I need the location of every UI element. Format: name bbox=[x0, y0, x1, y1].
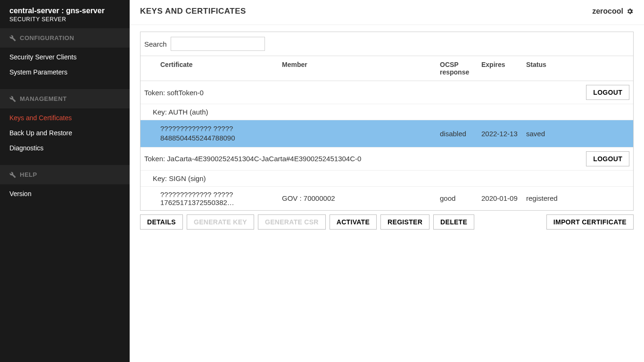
details-button[interactable]: DETAILS bbox=[140, 214, 183, 230]
sidebar-item-system-parameters[interactable]: System Parameters bbox=[0, 65, 130, 80]
main: KEYS AND CERTIFICATES zerocool Search Ce… bbox=[130, 0, 644, 362]
cert-expires: 2022-12-13 bbox=[481, 130, 526, 138]
token-label: Token: softToken-0 bbox=[144, 89, 204, 97]
cert-name: ????????????? ????? 8488504455244788090 bbox=[140, 124, 282, 143]
col-header-status: Status bbox=[526, 61, 633, 76]
key-row[interactable]: Key: AUTH (auth) bbox=[140, 104, 633, 120]
key-label: Key: AUTH (auth) bbox=[153, 108, 208, 116]
sidebar-item-diagnostics[interactable]: Diagnostics bbox=[0, 140, 130, 156]
section-label: HELP bbox=[20, 171, 37, 178]
key-row[interactable]: Key: SIGN (sign) bbox=[140, 171, 633, 187]
activate-button[interactable]: ACTIVATE bbox=[330, 214, 377, 230]
content: Search Certificate Member OCSP response … bbox=[130, 25, 644, 236]
logout-button[interactable]: LOGOUT bbox=[586, 151, 629, 166]
server-role: SECURITY SERVER bbox=[9, 16, 120, 23]
section-configuration-items: Security Server Clients System Parameter… bbox=[0, 48, 130, 89]
search-label: Search bbox=[144, 40, 167, 48]
col-header-expires: Expires bbox=[481, 61, 526, 76]
generate-csr-button: GENERATE CSR bbox=[258, 214, 326, 230]
cert-expires: 2020-01-09 bbox=[481, 194, 526, 202]
sidebar: central-server : gns-server SECURITY SER… bbox=[0, 0, 130, 362]
panel: Search Certificate Member OCSP response … bbox=[140, 32, 634, 211]
user-menu[interactable]: zerocool bbox=[592, 7, 634, 16]
search-input[interactable] bbox=[171, 37, 265, 51]
sidebar-header: central-server : gns-server SECURITY SER… bbox=[0, 0, 130, 28]
sidebar-item-version[interactable]: Version bbox=[0, 186, 130, 201]
cert-member: GOV : 70000002 bbox=[282, 194, 440, 202]
sidebar-item-clients[interactable]: Security Server Clients bbox=[0, 49, 130, 65]
token-label: Token: JaCarta-4E3900252451304C-JaCarta#… bbox=[144, 155, 361, 163]
actions: DETAILS GENERATE KEY GENERATE CSR ACTIVA… bbox=[140, 214, 634, 230]
cert-row[interactable]: ????????????? ????? 17625171372550382… G… bbox=[140, 187, 633, 210]
server-name: central-server : gns-server bbox=[9, 7, 120, 15]
section-management-items: Keys and Certificates Back Up and Restor… bbox=[0, 108, 130, 165]
col-header-ocsp: OCSP response bbox=[440, 61, 481, 76]
col-header-certificate: Certificate bbox=[140, 61, 282, 76]
cert-status: saved bbox=[526, 130, 633, 138]
cert-row[interactable]: ????????????? ????? 8488504455244788090 … bbox=[140, 120, 633, 148]
delete-button[interactable]: DELETE bbox=[433, 214, 474, 230]
generate-key-button: GENERATE KEY bbox=[187, 214, 254, 230]
sidebar-item-backup-restore[interactable]: Back Up and Restore bbox=[0, 125, 130, 140]
table-header: Certificate Member OCSP response Expires… bbox=[140, 56, 633, 81]
cert-name: ????????????? ????? 17625171372550382… bbox=[140, 190, 282, 206]
username: zerocool bbox=[592, 7, 623, 16]
actions-left: DETAILS GENERATE KEY GENERATE CSR ACTIVA… bbox=[140, 214, 474, 230]
wrench-icon bbox=[9, 172, 16, 178]
section-help-items: Version bbox=[0, 184, 130, 211]
key-label: Key: SIGN (sign) bbox=[153, 174, 206, 182]
token-row[interactable]: Token: JaCarta-4E3900252451304C-JaCarta#… bbox=[140, 148, 633, 171]
page-title: KEYS AND CERTIFICATES bbox=[140, 7, 246, 16]
section-label: MANAGEMENT bbox=[20, 95, 67, 102]
section-configuration[interactable]: CONFIGURATION bbox=[0, 28, 130, 48]
wrench-icon bbox=[9, 96, 16, 102]
topbar: KEYS AND CERTIFICATES zerocool bbox=[130, 0, 644, 25]
import-certificate-button[interactable]: IMPORT CERTIFICATE bbox=[546, 214, 634, 230]
gear-icon bbox=[626, 8, 634, 15]
cert-ocsp: good bbox=[440, 194, 481, 202]
section-help[interactable]: HELP bbox=[0, 165, 130, 184]
logout-button[interactable]: LOGOUT bbox=[586, 85, 629, 100]
col-header-member: Member bbox=[282, 61, 440, 76]
search-row: Search bbox=[140, 32, 633, 56]
section-management[interactable]: MANAGEMENT bbox=[0, 89, 130, 108]
sidebar-item-keys-certs[interactable]: Keys and Certificates bbox=[0, 110, 130, 125]
register-button[interactable]: REGISTER bbox=[380, 214, 429, 230]
section-label: CONFIGURATION bbox=[20, 34, 74, 41]
wrench-icon bbox=[9, 35, 16, 41]
cert-status: registered bbox=[526, 194, 633, 202]
token-row[interactable]: Token: softToken-0 LOGOUT bbox=[140, 81, 633, 104]
cert-ocsp: disabled bbox=[440, 130, 481, 138]
